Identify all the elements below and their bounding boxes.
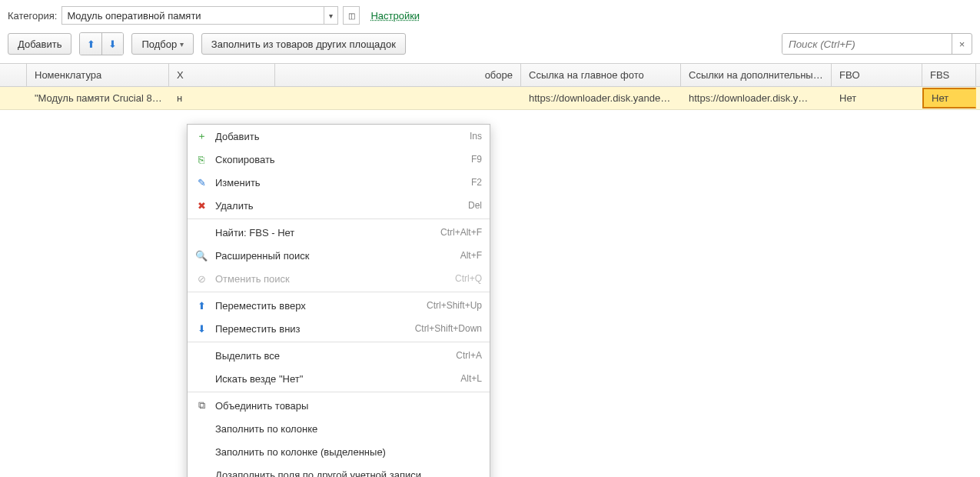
menu-item[interactable]: Дозаполнить поля по другой учетной запис… <box>188 463 490 477</box>
down-icon: ⬇ <box>194 322 208 335</box>
blank-icon <box>194 225 208 239</box>
menu-item[interactable]: ⎘СкопироватьF9 <box>188 148 490 171</box>
menu-item-label: Заполнить по колонке (выделенные) <box>215 446 482 458</box>
menu-separator <box>188 342 490 342</box>
search-clear-button[interactable]: × <box>952 34 972 54</box>
menu-item-shortcut: F2 <box>471 177 482 188</box>
menu-item[interactable]: ✖УдалитьDel <box>188 194 490 217</box>
menu-item[interactable]: Заполнить по колонке <box>188 417 490 440</box>
column-fbs[interactable]: FBS <box>922 64 976 86</box>
add-button[interactable]: Добавить <box>8 33 71 55</box>
menu-item-label: Отменить поиск <box>215 273 455 285</box>
menu-separator <box>188 392 490 392</box>
menu-item-label: Дозаполнить поля по другой учетной запис… <box>215 469 482 478</box>
blank-icon <box>194 372 208 385</box>
blank-icon <box>194 468 208 477</box>
menu-item-shortcut: Ctrl+A <box>456 350 482 361</box>
menu-item[interactable]: Выделить всеCtrl+A <box>188 344 490 367</box>
pick-button[interactable]: Подбор ▾ <box>131 33 193 55</box>
menu-item[interactable]: Найти: FBS - НетCtrl+Alt+F <box>188 221 490 244</box>
column-indicator[interactable] <box>0 64 27 86</box>
menu-item[interactable]: ✎ИзменитьF2 <box>188 171 490 194</box>
open-dialog-icon[interactable]: ◫ <box>343 6 360 25</box>
grid: Номенклатура Х оборе Ссылка на главное ф… <box>0 63 980 110</box>
del-icon: ✖ <box>194 198 208 212</box>
cell-main-photo[interactable]: https://downloader.disk.yande… <box>521 87 681 109</box>
menu-item-label: Объединить товары <box>215 400 482 412</box>
grid-header: Номенклатура Х оборе Ссылка на главное ф… <box>0 64 980 87</box>
column-characteristic[interactable]: Х <box>169 64 275 86</box>
move-up-button[interactable]: ⬆ <box>80 33 101 55</box>
edit-icon: ✎ <box>194 175 208 189</box>
blank-icon <box>194 349 208 362</box>
cell-fbs[interactable]: Нет <box>922 88 976 108</box>
menu-item-shortcut: F9 <box>471 154 482 165</box>
menu-item[interactable]: 🔍Расширенный поискAlt+F <box>188 244 490 267</box>
menu-separator <box>188 218 490 219</box>
cell-characteristic[interactable]: н <box>169 87 275 109</box>
menu-item-shortcut: Ctrl+Q <box>455 273 482 284</box>
chevron-down-icon: ▾ <box>180 40 184 48</box>
category-label: Категория: <box>8 10 57 22</box>
menu-item-label: Скопировать <box>215 154 471 165</box>
menu-item-shortcut: Ctrl+Alt+F <box>440 227 482 238</box>
menu-item-label: Переместить вниз <box>215 323 415 335</box>
menu-item[interactable]: ＋ДобавитьIns <box>188 125 490 148</box>
menu-separator <box>188 292 490 292</box>
toolbar: Добавить ⬆ ⬇ Подбор ▾ Заполнить из товар… <box>0 28 980 63</box>
search-input[interactable] <box>782 34 952 54</box>
category-value: Модуль оперативной памяти <box>67 10 201 22</box>
column-fbo[interactable]: FBO <box>832 64 922 86</box>
category-select[interactable]: Модуль оперативной памяти ▾ <box>61 6 338 25</box>
menu-item-shortcut: Ctrl+Shift+Down <box>415 323 482 334</box>
copy-icon: ⎘ <box>194 152 208 166</box>
menu-item[interactable]: ⬆Переместить вверхCtrl+Shift+Up <box>188 294 490 317</box>
column-nomenclature[interactable]: Номенклатура <box>27 64 169 86</box>
menu-item[interactable]: ⧉Объединить товары <box>188 394 490 417</box>
cell-selection[interactable] <box>275 87 521 109</box>
menu-item-label: Расширенный поиск <box>215 250 460 262</box>
row-indicator <box>0 87 27 109</box>
merge-icon: ⧉ <box>194 399 208 412</box>
chevron-down-icon[interactable]: ▾ <box>324 7 337 24</box>
menu-item[interactable]: Заполнить по колонке (выделенные) <box>188 440 490 463</box>
menu-item-label: Удалить <box>215 200 468 212</box>
arrow-up-icon: ⬆ <box>87 38 95 50</box>
menu-item: ⊘Отменить поискCtrl+Q <box>188 267 490 290</box>
column-main-photo[interactable]: Ссылка на главное фото <box>521 64 681 86</box>
menu-item[interactable]: Искать везде "Нет"Alt+L <box>188 367 490 390</box>
menu-item-label: Переместить вверх <box>215 300 427 312</box>
menu-item-label: Найти: FBS - Нет <box>215 227 440 239</box>
cancel-icon: ⊘ <box>194 272 208 285</box>
cell-fbo[interactable]: Нет <box>832 87 922 109</box>
move-down-button[interactable]: ⬇ <box>101 33 123 55</box>
menu-item-shortcut: Alt+F <box>460 250 482 261</box>
context-menu: ＋ДобавитьIns⎘СкопироватьF9✎ИзменитьF2✖Уд… <box>187 124 490 477</box>
add-icon: ＋ <box>194 129 208 143</box>
menu-item-label: Изменить <box>215 177 471 188</box>
pick-button-label: Подбор <box>141 38 177 50</box>
menu-item-shortcut: Del <box>468 200 482 211</box>
column-additional-photos[interactable]: Ссылки на дополнительны… <box>681 64 832 86</box>
search-icon: 🔍 <box>194 249 208 262</box>
blank-icon <box>194 445 208 459</box>
arrow-down-icon: ⬇ <box>108 38 117 50</box>
top-bar: Категория: Модуль оперативной памяти ▾ ◫… <box>0 0 980 28</box>
fill-from-other-button[interactable]: Заполнить из товаров других площадок <box>201 33 406 55</box>
menu-item-shortcut: Alt+L <box>460 373 482 384</box>
settings-link[interactable]: Настройки <box>370 10 420 22</box>
column-selection[interactable]: оборе <box>275 64 521 86</box>
blank-icon <box>194 422 208 435</box>
table-row[interactable]: "Модуль памяти Crucial 8… н https://down… <box>0 87 980 110</box>
menu-item-label: Добавить <box>215 131 470 142</box>
menu-item-label: Выделить все <box>215 350 456 362</box>
menu-item-label: Искать везде "Нет" <box>215 373 460 385</box>
cell-additional-photos[interactable]: https://downloader.disk.y… <box>681 87 832 109</box>
menu-item-label: Заполнить по колонке <box>215 423 482 435</box>
move-button-group: ⬆ ⬇ <box>79 32 124 55</box>
cell-nomenclature[interactable]: "Модуль памяти Crucial 8… <box>27 87 169 109</box>
menu-item-shortcut: Ctrl+Shift+Up <box>427 300 482 311</box>
menu-item[interactable]: ⬇Переместить внизCtrl+Shift+Down <box>188 317 490 340</box>
search-box: × <box>782 33 972 55</box>
menu-item-shortcut: Ins <box>470 131 482 142</box>
